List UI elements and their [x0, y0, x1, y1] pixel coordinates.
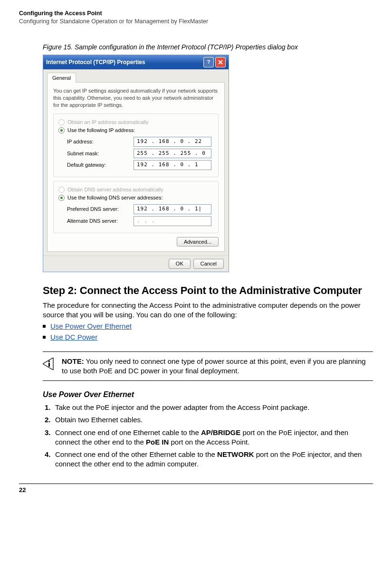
default-gateway-input[interactable]: 192 . 168 . 0 . 1 — [134, 160, 211, 170]
step2-intro: The procedure for connecting the Access … — [43, 301, 373, 320]
step-text: Obtain two Ethernet cables. — [55, 416, 143, 424]
help-icon[interactable]: ? — [203, 57, 214, 67]
radio-dns-manual[interactable]: Use the following DNS server addresses: — [58, 194, 213, 201]
ip-group: Obtain an IP address automatically Use t… — [53, 114, 219, 177]
ok-button[interactable]: OK — [169, 259, 191, 269]
step-bold: AP/BRIDGE — [201, 428, 240, 436]
link-dc-power[interactable]: Use DC Power — [50, 332, 97, 342]
bullet-icon — [43, 325, 46, 328]
dns-group: Obtain DNS server address automatically … — [53, 181, 219, 233]
close-icon[interactable] — [215, 57, 226, 67]
dialog-description: You can get IP settings assigned automat… — [53, 87, 219, 109]
figure-caption: Figure 15. Sample configuration in the I… — [43, 43, 373, 52]
radio-ip-auto[interactable]: Obtain an IP address automatically — [58, 119, 213, 126]
subnet-mask-input[interactable]: 255 . 255 . 255 . 0 — [134, 149, 211, 159]
link-poe[interactable]: Use Power Over Ethernet — [50, 322, 132, 331]
step-bold: NETWORK — [217, 450, 254, 458]
advanced-button[interactable]: Advanced... — [177, 237, 219, 247]
list-item: 2. Obtain two Ethernet cables. — [53, 415, 373, 425]
step-bold: PoE IN — [146, 438, 169, 446]
dialog-panel: You can get IP settings assigned automat… — [47, 82, 225, 252]
dialog-title: Internet Protocol (TCP/IP) Properties — [46, 58, 145, 66]
step-text: Connect one end of the other Ethernet ca… — [55, 450, 217, 458]
alternate-dns-input[interactable]: . . . — [134, 216, 211, 226]
alternate-dns-label: Alternate DNS server: — [67, 218, 134, 225]
list-item: 3. Connect one end of one Ethernet cable… — [53, 428, 373, 447]
preferred-dns-label: Preferred DNS server: — [67, 206, 134, 213]
tab-general[interactable]: General — [47, 73, 76, 83]
note-label: NOTE: — [62, 357, 84, 365]
list-item: 1. Take out the PoE injector and the pow… — [53, 403, 373, 412]
info-icon — [43, 358, 56, 369]
dialog-titlebar: Internet Protocol (TCP/IP) Properties ? — [43, 55, 229, 69]
step2-heading: Step 2: Connect the Access Point to the … — [43, 284, 373, 298]
radio-ip-auto-label: Obtain an IP address automatically — [67, 119, 148, 126]
radio-ip-manual[interactable]: Use the following IP address: — [58, 127, 213, 134]
header-section: Configuring for Standalone Operation or … — [19, 18, 373, 26]
preferred-dns-input[interactable]: 192 . 168 . 0 . 1| — [134, 204, 211, 214]
ip-address-input[interactable]: 192 . 168 . 0 . 22 — [134, 137, 211, 147]
radio-dns-auto[interactable]: Obtain DNS server address automatically — [58, 186, 213, 193]
bullet-icon — [43, 336, 46, 339]
note-text: You only need to connect one type of pow… — [62, 357, 366, 375]
step-text: port on the Access Point. — [169, 438, 249, 446]
svg-rect-1 — [48, 360, 50, 362]
step-text: Connect one end of one Ethernet cable to… — [55, 428, 201, 436]
tcpip-properties-dialog: Internet Protocol (TCP/IP) Properties ? … — [43, 55, 229, 273]
steps-list: 1. Take out the PoE injector and the pow… — [43, 403, 373, 469]
default-gateway-label: Default gateway: — [67, 161, 134, 169]
svg-rect-2 — [48, 363, 50, 367]
list-item: 4. Connect one end of the other Ethernet… — [53, 450, 373, 469]
note-block: NOTE: You only need to connect one type … — [43, 351, 373, 381]
dialog-tabstrip: General — [43, 69, 229, 83]
subnet-mask-label: Subnet mask: — [67, 150, 134, 157]
radio-dns-auto-label: Obtain DNS server address automatically — [67, 186, 163, 193]
ip-address-label: IP address: — [67, 138, 134, 145]
svg-marker-0 — [43, 358, 53, 370]
cancel-button[interactable]: Cancel — [193, 259, 224, 269]
page-number: 22 — [19, 486, 373, 494]
use-poe-heading: Use Power Over Ethernet — [43, 389, 373, 400]
header-chapter: Configuring the Access Point — [19, 9, 373, 18]
radio-ip-manual-label: Use the following IP address: — [67, 127, 135, 134]
radio-dns-manual-label: Use the following DNS server addresses: — [67, 194, 163, 201]
step-text: Take out the PoE injector and the power … — [55, 403, 309, 411]
